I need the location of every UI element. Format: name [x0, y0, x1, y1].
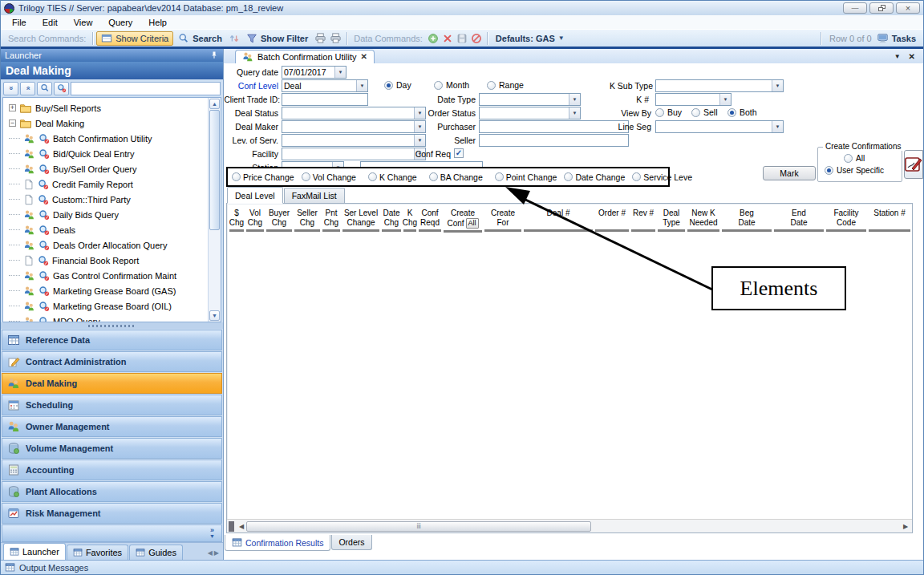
seller-field[interactable] [479, 134, 629, 147]
category-plant-allocations[interactable]: Plant Allocations [2, 481, 222, 502]
tree-item-financial-book-report[interactable]: Financial Book Report [3, 253, 208, 268]
radio-date-change[interactable]: Date Change [564, 172, 625, 182]
column-header-dollar-chg[interactable]: $Chg [229, 209, 244, 233]
deal-status-dropdown[interactable] [282, 107, 426, 119]
category-owner-management[interactable]: Owner Management [2, 416, 222, 437]
tab-guides[interactable]: Guides [129, 545, 183, 560]
sign-confirmations-button[interactable] [904, 150, 923, 179]
cancel-changes-button[interactable] [469, 32, 484, 45]
expand-all-button[interactable]: » [20, 82, 35, 95]
find-button[interactable] [37, 82, 52, 95]
tab-scroll-arrows[interactable]: ◀▶ [208, 549, 221, 560]
query-date-field[interactable]: 07/01/2017 [282, 66, 346, 79]
category-deal-making[interactable]: Deal Making [2, 373, 222, 394]
radio-service-level[interactable]: Service Leve [632, 172, 692, 182]
client-trade-id-field[interactable] [282, 93, 368, 106]
chevron-down-icon[interactable] [772, 121, 783, 132]
k-number-dropdown[interactable] [655, 93, 732, 106]
sort-button[interactable] [227, 32, 241, 45]
search-button[interactable]: Search [173, 31, 227, 46]
tasks-button[interactable]: Tasks [889, 32, 919, 45]
chevron-down-icon[interactable] [334, 67, 346, 78]
column-header-deal-number[interactable]: Deal # [524, 209, 593, 233]
column-header-facility-code[interactable]: FacilityCode [826, 209, 866, 233]
k-sub-type-dropdown[interactable] [655, 79, 784, 92]
tree-scrollbar[interactable]: ▲ ▼ [208, 98, 221, 322]
pin-icon[interactable] [209, 51, 219, 60]
menu-view[interactable]: View [66, 16, 101, 29]
chevron-down-icon[interactable] [356, 80, 367, 91]
scrollbar-thumb[interactable]: ⅲ [246, 521, 591, 532]
conf-req-checkbox[interactable] [454, 148, 464, 158]
column-header-create-for[interactable]: CreateFor [484, 209, 521, 233]
scroll-right-icon[interactable]: ▶ [901, 523, 910, 530]
tree-item-mdq-query[interactable]: MDQ Query [3, 314, 208, 322]
column-header-k-chg[interactable]: KChg [403, 209, 416, 233]
close-button[interactable]: × [896, 2, 920, 14]
column-header-create-conf[interactable]: CreateConfAll [444, 209, 482, 233]
category-reference-data[interactable]: Reference Data [2, 330, 222, 350]
column-header-beg-date[interactable]: BegDate [722, 209, 772, 233]
tab-batch-confirmation-utility[interactable]: Batch Confirmation Utility ✕ [235, 50, 375, 63]
radio-vol-change[interactable]: Vol Change [302, 172, 356, 182]
column-header-deal-type[interactable]: DealType [658, 209, 685, 233]
order-status-dropdown[interactable] [479, 107, 581, 119]
category-risk-management[interactable]: Risk Management [2, 503, 222, 524]
tab-launcher[interactable]: Launcher [3, 543, 66, 560]
menu-help[interactable]: Help [140, 16, 175, 29]
menu-file[interactable]: File [4, 16, 34, 29]
radio-both[interactable]: Both [727, 107, 757, 117]
column-header-buyer-chg[interactable]: BuyerChg [266, 209, 292, 233]
restore-button[interactable] [869, 2, 894, 14]
column-header-rev-number[interactable]: Rev # [631, 209, 655, 233]
lev-of-serv-dropdown[interactable] [282, 134, 426, 147]
column-header-order-number[interactable]: Order # [595, 209, 629, 233]
tree-item-marketing-grease-board-oil[interactable]: Marketing Grease Board (OIL) [3, 298, 208, 314]
category-volume-management[interactable]: Volume Management [2, 438, 222, 459]
menu-edit[interactable]: Edit [34, 16, 66, 29]
add-row-button[interactable] [426, 32, 440, 45]
menu-query[interactable]: Query [100, 16, 140, 29]
horizontal-scrollbar[interactable]: ◀ ⅲ ▶ [227, 519, 912, 532]
collapse-icon[interactable] [9, 119, 16, 127]
scroll-left-icon[interactable]: ◀ [237, 523, 246, 530]
tab-close-icon[interactable]: ✕ [361, 52, 367, 61]
tree-folder-deal-making[interactable]: Deal Making [3, 115, 208, 131]
collapse-all-button[interactable]: » [3, 82, 18, 95]
tree-item-gas-control-confirmation-maint[interactable]: Gas Control Confirmation Maint [3, 268, 208, 283]
client-trade-id-input[interactable] [282, 94, 367, 105]
radio-month[interactable]: Month [434, 80, 469, 90]
column-header-station-number[interactable]: Station # [869, 209, 910, 233]
find-clear-button[interactable] [54, 82, 69, 95]
select-all-button[interactable]: All [466, 218, 479, 229]
tab-orders[interactable]: Orders [331, 535, 371, 550]
radio-day[interactable]: Day [384, 80, 411, 90]
column-header-pnt-chg[interactable]: PntChg [322, 209, 340, 233]
delete-row-button[interactable] [440, 32, 455, 45]
radio-sell[interactable]: Sell [691, 107, 718, 117]
column-header-conf-reqd[interactable]: ConfReqd [419, 209, 441, 233]
deal-maker-dropdown[interactable] [282, 120, 426, 133]
tabstrip-close-icon[interactable]: ✕ [909, 52, 915, 61]
show-filter-button[interactable]: Show Filter [241, 31, 313, 46]
radio-price-change[interactable]: Price Change [232, 172, 294, 182]
column-header-new-k-needed[interactable]: New KNeeded [687, 209, 719, 233]
radio-point-change[interactable]: Point Change [495, 172, 557, 182]
radio-range[interactable]: Range [487, 80, 524, 90]
tree-item-deals[interactable]: Deals [3, 222, 208, 237]
scroll-down-icon[interactable]: ▼ [209, 310, 220, 321]
defaults-dropdown[interactable]: Defaults: GAS ▼ [491, 32, 569, 45]
column-header-date-chg[interactable]: DateChg [382, 209, 401, 233]
minimize-button[interactable]: — [843, 2, 867, 14]
scroll-up-icon[interactable]: ▲ [209, 99, 220, 109]
date-type-dropdown[interactable] [479, 93, 581, 106]
mark-button[interactable]: Mark [763, 166, 816, 180]
show-criteria-button[interactable]: Show Criteria [96, 31, 173, 46]
tab-confirmation-results[interactable]: Confirmation Results [225, 535, 330, 551]
conf-level-dropdown[interactable]: Deal [282, 79, 368, 92]
sidebar-splitter[interactable] [1, 322, 223, 329]
tree-item-marketing-grease-board-gas[interactable]: Marketing Grease Board (GAS) [3, 283, 208, 298]
tree-item-batch-confirmation-utility[interactable]: Batch Confirmation Utility [3, 131, 208, 146]
category-accounting[interactable]: Accounting [2, 460, 222, 480]
expand-icon[interactable] [9, 104, 16, 111]
